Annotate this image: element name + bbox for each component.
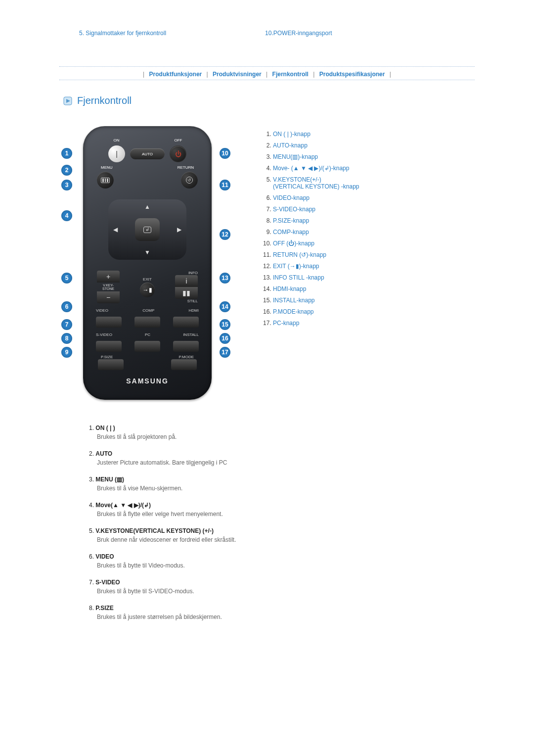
section-title-row: Fjernkontroll	[62, 95, 475, 106]
callout-12: 12	[220, 229, 230, 240]
power-on-icon: |	[116, 150, 118, 158]
callout-16: 16	[220, 333, 230, 344]
list-item: VIDEO-knapp	[273, 194, 475, 201]
link-off[interactable]: OFF (⏻)-knapp	[273, 240, 314, 247]
breadcrumb-link[interactable]: Produktspesifikasjoner	[319, 71, 385, 78]
list-item: ON ( | )-knapp	[273, 131, 475, 138]
link-info-still[interactable]: INFO STILL -knapp	[273, 274, 324, 281]
desc-body: Brukes til å slå projektoren på.	[97, 433, 475, 440]
exit-label: EXIT	[125, 277, 170, 282]
link-auto[interactable]: AUTO-knapp	[273, 142, 308, 149]
link-on[interactable]: ON ( | )-knapp	[273, 131, 311, 138]
breadcrumb-sep: |	[313, 71, 314, 78]
dpad-right[interactable]: ▶	[177, 226, 181, 233]
breadcrumb-link[interactable]: Produktvisninger	[213, 71, 262, 78]
still-label: STILL	[175, 299, 198, 303]
link-return[interactable]: RETURN (↺)-knapp	[273, 251, 326, 258]
exit-button[interactable]: →▮	[140, 283, 155, 297]
list-item: RETURN (↺)-knapp	[273, 251, 475, 258]
list-item: INSTALL-knapp	[273, 297, 475, 304]
off-label: OFF	[150, 138, 207, 142]
video-button[interactable]	[96, 317, 122, 328]
on-label: ON	[88, 138, 145, 142]
comp-label: COMP	[142, 308, 154, 313]
power-off-button[interactable]: ⏻	[170, 145, 186, 162]
power-port-label: 10.POWER-inngangsport	[265, 30, 332, 37]
desc-heading: VIDEO	[95, 553, 114, 560]
link-exit[interactable]: EXIT (→▮)-knapp	[273, 263, 319, 270]
link-comp[interactable]: COMP-knapp	[273, 229, 309, 236]
enter-icon: ↲	[143, 227, 151, 233]
comp-button[interactable]	[134, 317, 160, 328]
separator	[59, 80, 475, 80]
vkeystone-plus[interactable]: +	[97, 271, 120, 283]
power-on-button[interactable]: |	[108, 145, 125, 162]
link-psize[interactable]: P.SIZE-knapp	[273, 217, 309, 224]
list-item: P.MODE-knapp	[273, 308, 475, 315]
desc-heading: Move(▲ ▼ ◀ ▶)/(↲)	[95, 502, 151, 509]
psize-button[interactable]	[98, 359, 124, 370]
list-item: COMP-knapp	[273, 229, 475, 236]
info-button[interactable]: i	[175, 275, 198, 287]
signal-receiver-label: 5. Signalmottaker for fjernkontroll	[59, 30, 166, 37]
install-button[interactable]	[173, 341, 199, 352]
section-icon	[62, 95, 73, 106]
link-install[interactable]: INSTALL-knapp	[273, 297, 315, 304]
callout-9: 9	[61, 347, 72, 358]
pc-label: PC	[145, 332, 150, 337]
list-item: INFO STILL -knapp	[273, 274, 475, 281]
desc-number: 8.	[89, 605, 95, 612]
list-item: V.KEYSTONE(+/-) (VERTICAL KEYSTONE) -kna…	[273, 176, 475, 190]
link-vkeystone[interactable]: V.KEYSTONE(+/-) (VERTICAL KEYSTONE) -kna…	[273, 176, 359, 190]
desc-number: 5.	[89, 527, 95, 534]
link-pc[interactable]: PC-knapp	[273, 320, 299, 327]
breadcrumb-sep: |	[266, 71, 267, 78]
link-svideo[interactable]: S-VIDEO-knapp	[273, 206, 315, 213]
desc-body: Brukes til å bytte til S-VIDEO-modus.	[97, 588, 475, 595]
desc-title: 8. P.SIZE	[89, 605, 475, 612]
still-button[interactable]: ▮▮	[175, 287, 198, 299]
pmode-button[interactable]	[171, 359, 197, 370]
desc-body: Brukes til å vise Menu-skjermen.	[97, 485, 475, 492]
desc-heading: P.SIZE	[95, 605, 113, 612]
callout-13: 13	[220, 273, 230, 284]
callout-1: 1	[61, 148, 72, 159]
dpad-left[interactable]: ◀	[113, 226, 118, 233]
desc-title: 5. V.KEYSTONE(VERTICAL KEYSTONE) (+/-)	[89, 527, 475, 534]
auto-button[interactable]: AUTO	[130, 148, 165, 159]
vkeystone-minus[interactable]: −	[97, 291, 120, 303]
svideo-button[interactable]	[96, 341, 122, 352]
dpad-down[interactable]: ▼	[144, 249, 150, 256]
breadcrumb-link[interactable]: Produktfunksjoner	[149, 71, 202, 78]
list-item: OFF (⏻)-knapp	[273, 240, 475, 247]
psize-label: P.SIZE	[101, 355, 113, 359]
top-meta-row: 5. Signalmottaker for fjernkontroll 10.P…	[59, 30, 475, 37]
pc-button[interactable]	[134, 341, 160, 352]
desc-number: 2.	[89, 450, 95, 457]
list-item: S-VIDEO-knapp	[273, 206, 475, 213]
breadcrumb: | Produktfunksjoner | Produktvisninger |…	[59, 71, 475, 78]
menu-icon	[101, 178, 110, 183]
brand-label: SAMSUNG	[88, 377, 207, 385]
hdmi-button[interactable]	[173, 317, 199, 328]
link-move[interactable]: Move- (▲ ▼ ◀ ▶)/(↲)-knapp	[273, 165, 349, 172]
callout-15: 15	[220, 319, 230, 330]
desc-heading: ON ( | )	[95, 425, 115, 431]
link-video[interactable]: VIDEO-knapp	[273, 194, 310, 201]
breadcrumb-sep: |	[207, 71, 208, 78]
breadcrumb-link[interactable]: Fjernkontroll	[272, 71, 309, 78]
power-off-icon: ⏻	[175, 150, 181, 158]
link-pmode[interactable]: P.MODE-knapp	[273, 308, 313, 315]
desc-heading: S-VIDEO	[95, 579, 120, 586]
desc-title: 1. ON ( | )	[89, 425, 475, 431]
menu-button[interactable]	[97, 172, 114, 189]
info-label: INFO	[175, 271, 198, 275]
list-item: PC-knapp	[273, 320, 475, 327]
dpad-up[interactable]: ▲	[144, 203, 150, 210]
dpad-enter[interactable]: ↲	[135, 218, 160, 241]
breadcrumb-sep: |	[390, 71, 391, 78]
link-hdmi[interactable]: HDMI-knapp	[273, 285, 306, 292]
return-button[interactable]: ↺	[181, 172, 198, 189]
list-item: AUTO-knapp	[273, 142, 475, 149]
link-menu[interactable]: MENU(▥)-knapp	[273, 153, 318, 160]
